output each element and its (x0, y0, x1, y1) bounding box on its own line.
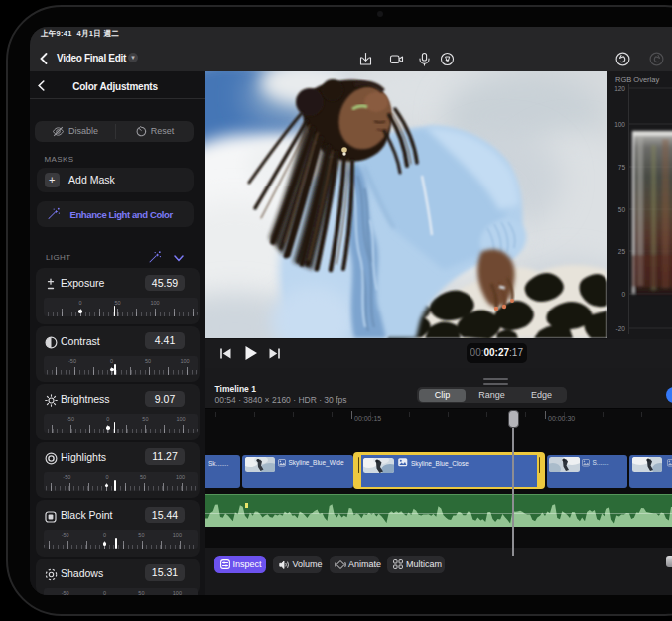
svg-text:0: 0 (621, 291, 625, 298)
svg-text:100: 100 (614, 121, 625, 128)
svg-text:120: 120 (614, 85, 625, 92)
svg-text:-20: -20 (616, 325, 626, 332)
svg-text:75: 75 (618, 164, 626, 171)
svg-text:25: 25 (618, 248, 626, 255)
svg-text:50: 50 (618, 206, 626, 213)
